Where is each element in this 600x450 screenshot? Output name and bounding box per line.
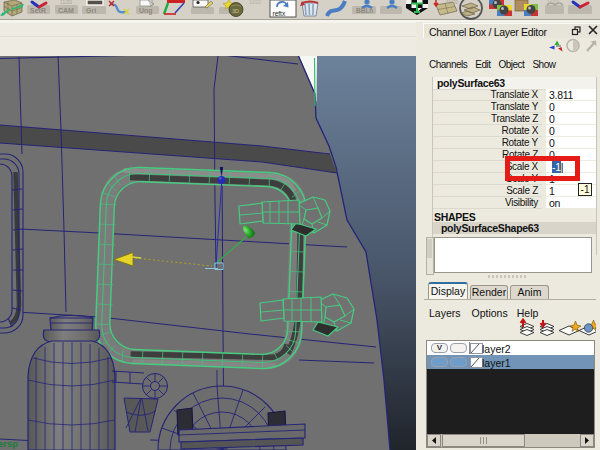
svg-text:BBLn: BBLn: [356, 7, 373, 14]
svg-text:11/20: 11/20: [446, 0, 458, 5]
svg-text:ersp: ersp: [0, 438, 18, 449]
svg-text:SetR: SetR: [30, 7, 46, 14]
svg-text:11/20: 11/20: [60, 0, 72, 5]
svg-text:CAM: CAM: [58, 7, 74, 14]
svg-text:Ung: Ung: [139, 7, 153, 15]
svg-text:Gri: Gri: [86, 7, 96, 14]
svg-text:11/20: 11/20: [249, 0, 261, 5]
svg-text:reftx: reftx: [273, 10, 286, 17]
svg-text:3D: 3D: [232, 8, 239, 14]
